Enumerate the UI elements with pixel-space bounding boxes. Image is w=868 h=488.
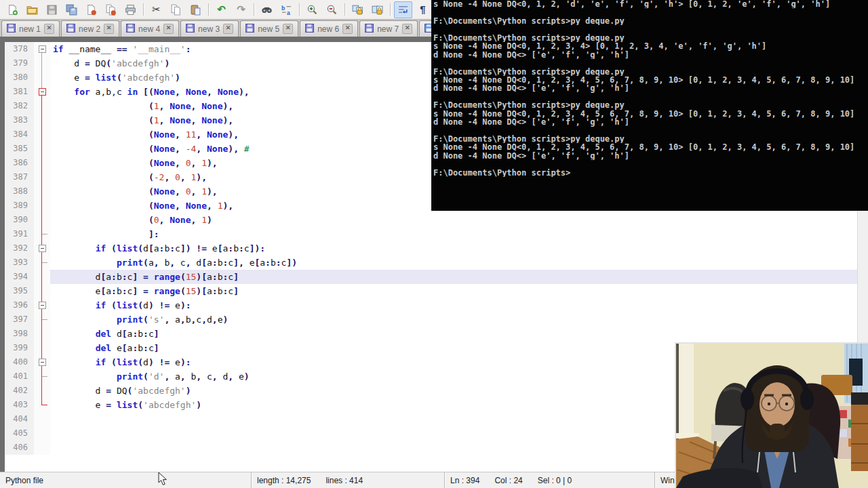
tab-new-5[interactable]: new 5✕ (240, 20, 298, 37)
copy-icon (170, 4, 182, 16)
code-text: del d[a:b:c] (50, 327, 857, 341)
headphones-left-cup (741, 388, 754, 410)
fold-margin (34, 384, 50, 398)
terminal-output-row: s None -4 None DQ<0, 1, 2, 3, 4, 5, 6, 7… (431, 76, 868, 84)
sync-scroll-h-button[interactable] (368, 1, 387, 18)
status-lines-label: lines : 414 (326, 476, 363, 485)
tab-label: new 1 (19, 24, 41, 34)
tab-new-2[interactable]: new 2✕ (61, 20, 119, 37)
tab-label: new 2 (79, 24, 100, 34)
line-number: 380 (5, 70, 34, 85)
sync-scroll-v-button[interactable] (349, 1, 367, 18)
show-all-chars-button[interactable]: ¶ (414, 1, 432, 18)
print-button[interactable] (121, 1, 140, 18)
zoom-in-button[interactable] (303, 1, 321, 18)
fold-margin (34, 213, 50, 227)
line-number: 385 (5, 142, 34, 156)
tab-close-icon[interactable]: ✕ (342, 24, 353, 34)
sync-scroll-v-icon (352, 4, 363, 16)
tab-new-1[interactable]: new 1✕ (1, 20, 60, 37)
code-text: if (list(d) != e): (50, 298, 857, 312)
save-all-button[interactable] (62, 1, 81, 18)
tab-label: new 7 (377, 24, 399, 34)
toolbar-separator (254, 3, 254, 16)
fold-guide-gray (41, 52, 42, 88)
fold-collapse-icon[interactable] (39, 245, 46, 252)
close-all-button[interactable] (102, 1, 120, 18)
print-icon (125, 4, 136, 16)
tab-close-icon[interactable]: ✕ (283, 24, 293, 34)
tab-close-icon[interactable]: ✕ (402, 24, 412, 34)
word-wrap-icon (397, 4, 409, 16)
fold-margin (34, 341, 50, 355)
terminal-output-row: d None -4 None DQ<> ['e', 'f', 'g', 'h'] (431, 152, 868, 160)
paste-button[interactable] (186, 1, 205, 18)
find-button[interactable] (258, 1, 276, 18)
redo-button[interactable]: ↷ (232, 1, 250, 18)
tab-new-4[interactable]: new 4✕ (121, 20, 179, 37)
close-all-icon (105, 4, 117, 16)
zoom-in-icon (307, 4, 318, 16)
fold-margin (34, 42, 50, 56)
zoom-out-button[interactable] (323, 1, 341, 18)
code-text: if (list(d[a:b:c]) != e[a:b:c]): (50, 241, 857, 256)
open-folder-button[interactable] (23, 1, 41, 18)
tab-new-6[interactable]: new 6✕ (300, 20, 358, 37)
line-number: 392 (5, 241, 34, 256)
line-number: 391 (5, 227, 34, 241)
cmd-terminal-window[interactable]: s None -4 None DQ<0, 1, 2, 'd', 'e', 'f'… (431, 0, 868, 211)
fold-margin (34, 312, 50, 327)
fold-margin (34, 113, 50, 127)
terminal-output-row: s None -4 None DQ<0, 1, 2, 3, 4, 5, 6, 7… (431, 143, 868, 151)
toolbar-separator (208, 3, 209, 16)
fold-collapse-icon[interactable] (39, 88, 46, 96)
saved-floppy-icon (126, 24, 135, 35)
line-number: 398 (5, 327, 34, 341)
sync-scroll-h-icon (372, 4, 383, 16)
terminal-output-row: s None -4 None DQ<0, 1, 2, 3, 4, 5, 6, 7… (431, 110, 868, 118)
save-button[interactable] (43, 1, 61, 18)
replace-icon: ba (281, 4, 292, 16)
terminal-blank-row (431, 160, 868, 168)
undo-button[interactable]: ↶ (212, 1, 231, 18)
left-eye (768, 403, 770, 405)
fold-margin (34, 184, 50, 199)
tab-close-icon[interactable]: ✕ (163, 24, 174, 34)
copy-button[interactable] (167, 1, 185, 18)
headphones-right-cup (800, 388, 814, 410)
line-number: 405 (5, 426, 34, 441)
tab-close-icon[interactable]: ✕ (44, 24, 54, 34)
fold-margin (34, 241, 50, 256)
status-caret-position: Ln : 394 Col : 24 Sel : 0 | 0 (444, 472, 654, 488)
replace-button[interactable]: ba (277, 1, 296, 18)
new-file-button[interactable] (3, 1, 22, 18)
fold-collapse-icon[interactable] (39, 45, 46, 53)
cut-button[interactable]: ✂ (147, 1, 165, 18)
word-wrap-button[interactable] (394, 1, 412, 18)
saved-floppy-icon (245, 24, 254, 35)
redo-icon: ↷ (237, 3, 245, 16)
status-eol-label: Win (660, 476, 675, 485)
tab-new-7[interactable]: new 7✕ (359, 20, 418, 37)
line-number: 397 (5, 312, 34, 327)
terminal-prompt-row: F:\Documents\Python scripts>py deque.py (431, 68, 868, 76)
fold-margin (34, 412, 50, 426)
tab-close-icon[interactable]: ✕ (223, 24, 233, 34)
fold-margin (34, 441, 50, 455)
editor-left-border (0, 39, 5, 472)
terminal-output-row: d None -4 None DQ<> ['e', 'f', 'g', 'h'] (431, 84, 868, 92)
show-all-chars-icon: ¶ (420, 3, 425, 16)
fold-margin (34, 199, 50, 213)
close-icon (85, 4, 97, 16)
terminal-blank-row (431, 127, 868, 135)
line-number: 406 (5, 441, 34, 455)
mouse-cursor (158, 472, 167, 486)
tab-close-icon[interactable]: ✕ (104, 24, 114, 34)
toolbar-separator (390, 3, 391, 16)
tab-new-3[interactable]: new 3✕ (180, 20, 239, 37)
fold-collapse-icon[interactable] (39, 302, 46, 309)
fold-collapse-icon[interactable] (39, 359, 46, 366)
close-button[interactable] (82, 1, 100, 18)
line-number: 387 (5, 170, 34, 184)
code-text: (0, None, 1) (50, 213, 857, 227)
